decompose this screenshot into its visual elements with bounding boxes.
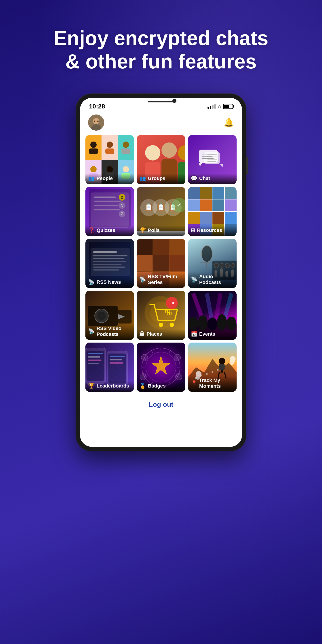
grid-item-groups[interactable]: 👥 Groups	[137, 135, 185, 184]
hero-title: Enjoy encrypted chats & other fun featur…	[0, 27, 322, 73]
app-grid: 👥 People	[80, 135, 242, 396]
svg-point-72	[225, 264, 230, 268]
svg-rect-109	[88, 360, 102, 361]
grid-item-places[interactable]: 10 % 🏛 Places	[137, 291, 185, 340]
grid-item-polls[interactable]: 📋 📋 📋 ✓ 🏆 Polls	[137, 187, 185, 236]
svg-point-11	[90, 166, 96, 172]
tv-film-label: 📡 RSS TV/Film Series	[137, 272, 185, 288]
grid-item-track[interactable]: 📍 Track My Moments	[188, 342, 236, 392]
svg-point-136	[218, 358, 225, 364]
polls-icon: 🏆	[139, 227, 146, 234]
phone-frame: 10:28 ⌾	[76, 94, 246, 451]
app-header: 🔔	[80, 112, 242, 135]
grid-item-badges[interactable]: 🏅 Badges	[137, 342, 185, 392]
people-label: 👥 People	[86, 174, 134, 184]
svg-point-132	[174, 354, 181, 361]
battery-icon	[223, 104, 233, 109]
grid-item-tv-film[interactable]: 📡 RSS TV/Film Series	[137, 239, 185, 288]
people-icon: 👥	[88, 175, 95, 182]
quizzes-icon: ❓	[88, 227, 95, 234]
svg-rect-112	[108, 354, 126, 384]
quizzes-label: ❓ Quizzes	[86, 226, 134, 236]
svg-rect-64	[93, 269, 119, 270]
svg-point-101	[207, 318, 217, 331]
places-icon: 🏛	[139, 331, 145, 337]
svg-rect-39	[94, 204, 118, 206]
rss-news-icon: 📡	[88, 279, 95, 285]
chat-label: 💬 Chat	[188, 174, 236, 184]
svg-rect-107	[88, 353, 103, 354]
svg-text:D: D	[120, 196, 123, 200]
svg-point-131	[141, 354, 148, 361]
svg-point-102	[217, 314, 227, 330]
wifi-icon: ⌾	[218, 104, 221, 109]
svg-marker-27	[220, 164, 224, 168]
grid-item-quizzes[interactable]: D N Z ❓ Quizzes	[86, 187, 134, 236]
svg-rect-106	[86, 351, 104, 381]
hero-section: Enjoy encrypted chats & other fun featur…	[0, 27, 322, 73]
svg-point-133	[176, 374, 182, 380]
svg-rect-38	[94, 200, 121, 202]
svg-rect-62	[93, 264, 122, 265]
grid-item-people[interactable]: 👥 People	[86, 135, 134, 184]
svg-text:📋: 📋	[145, 203, 153, 211]
grid-item-audio-podcasts[interactable]: 📡 Audio Podcasts	[188, 239, 236, 288]
phone-mockup: 10:28 ⌾	[76, 94, 246, 451]
signal-icon	[208, 104, 216, 109]
svg-rect-61	[93, 261, 126, 262]
power-button	[246, 156, 248, 174]
svg-rect-40	[94, 209, 120, 210]
svg-rect-10	[122, 148, 130, 154]
svg-point-7	[107, 142, 113, 148]
svg-point-71	[220, 264, 224, 268]
svg-rect-115	[110, 362, 124, 364]
svg-text:10: 10	[170, 301, 174, 305]
svg-point-18	[145, 145, 160, 160]
svg-point-41	[119, 194, 125, 200]
svg-point-4	[97, 120, 98, 122]
status-bar: 10:28 ⌾	[80, 98, 242, 112]
svg-point-20	[162, 142, 177, 158]
svg-rect-26	[204, 152, 220, 164]
groups-icon: 👥	[139, 175, 146, 182]
phone-screen: 10:28 ⌾	[80, 98, 242, 447]
badges-icon: 🏅	[139, 383, 146, 389]
svg-text:%: %	[165, 308, 172, 317]
svg-text:📋: 📋	[157, 203, 165, 211]
grid-item-rss-news[interactable]: 📡 RSS News	[86, 239, 134, 288]
svg-rect-60	[93, 258, 124, 259]
avatar[interactable]	[88, 114, 104, 130]
audio-podcasts-icon: 📡	[191, 276, 198, 283]
svg-rect-59	[93, 255, 128, 256]
svg-rect-113	[110, 356, 125, 357]
grid-item-resources[interactable]: ⊞ Resources	[188, 187, 236, 236]
svg-rect-36	[90, 192, 129, 228]
svg-point-84	[99, 314, 104, 318]
svg-rect-137	[219, 364, 224, 370]
svg-point-141	[212, 371, 213, 373]
svg-point-9	[123, 142, 129, 148]
grid-item-events[interactable]: 📅 Events	[188, 291, 236, 340]
svg-point-140	[206, 373, 208, 375]
svg-rect-110	[88, 363, 99, 364]
groups-label: 👥 Groups	[137, 174, 185, 184]
status-time: 10:28	[89, 103, 105, 110]
grid-item-leaderboards[interactable]: 🏆 Leaderboards	[86, 342, 134, 392]
track-label: 📍 Track My Moments	[188, 376, 236, 392]
resources-icon: ⊞	[191, 227, 195, 234]
svg-point-103	[226, 317, 236, 330]
rss-video-icon: 📡	[88, 328, 95, 334]
svg-point-66	[201, 246, 212, 262]
svg-rect-6	[89, 148, 98, 154]
events-label: 📅 Events	[188, 329, 236, 340]
svg-text:Z: Z	[121, 212, 123, 216]
logout-row: Log out	[80, 396, 242, 413]
svg-point-73	[230, 264, 235, 268]
logout-button[interactable]: Log out	[149, 401, 173, 408]
grid-item-chat[interactable]: 💬 Chat	[188, 135, 236, 184]
bell-icon[interactable]: 🔔	[224, 118, 234, 127]
status-icons: ⌾	[208, 104, 233, 109]
svg-point-134	[140, 374, 146, 380]
svg-text:N: N	[120, 204, 123, 208]
grid-item-rss-video[interactable]: 📡 RSS Video Podcasts	[86, 291, 134, 340]
